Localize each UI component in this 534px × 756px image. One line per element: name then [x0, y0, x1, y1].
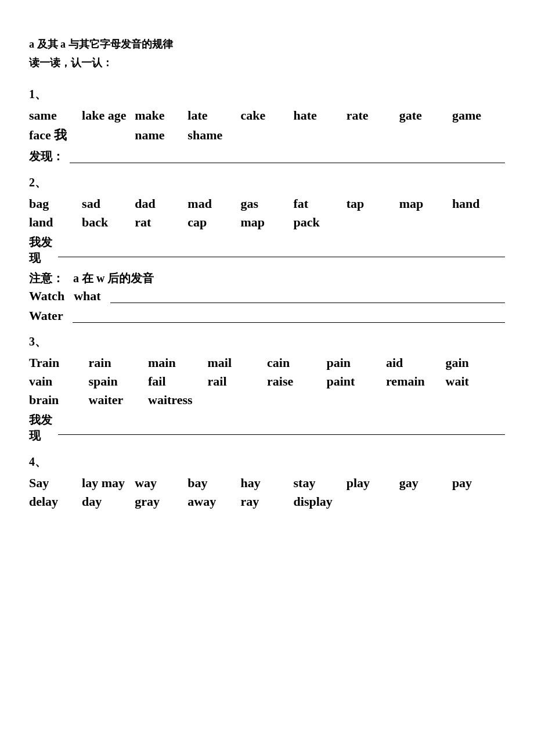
word-land: land [29, 215, 82, 230]
water-underline [73, 309, 505, 323]
word-train: Train [29, 355, 89, 370]
word-same: same [29, 108, 82, 123]
word-map2: map [240, 215, 293, 230]
word-brain: brain [29, 393, 89, 408]
word-bay: bay [187, 476, 240, 491]
word-gate: gate [399, 108, 452, 123]
section-1-row1: same lake age make late cake hate rate g… [29, 108, 505, 123]
word-vain: vain [29, 374, 89, 389]
discovery-underline-1 [70, 149, 505, 163]
section-1-discovery: 发现： [29, 149, 505, 164]
word-wait: wait [446, 374, 506, 389]
word-back: back [82, 215, 135, 230]
section-3-row1: Train rain main mail cain pain aid gain [29, 355, 505, 370]
word-cake: cake [240, 108, 293, 123]
word-way: way [135, 476, 187, 491]
water-word: Water [29, 308, 63, 323]
what-word: what [74, 289, 100, 304]
section-3: 3、 Train rain main mail cain pain aid ga… [29, 334, 505, 444]
watch-row: Watch what [29, 289, 505, 304]
word-delay: delay [29, 494, 82, 509]
word-pain: pain [327, 355, 387, 370]
watch-underline [110, 289, 505, 303]
word-sad: sad [82, 196, 135, 211]
word-gain: gain [446, 355, 506, 370]
note-label: 注意： [29, 271, 64, 286]
word-gas: gas [240, 196, 293, 211]
word-pay: pay [452, 476, 505, 491]
word-gay: gay [399, 476, 452, 491]
section-2: 2、 bag sad dad mad gas fat tap map hand … [29, 175, 505, 323]
section-1-number: 1、 [29, 87, 505, 102]
section-3-row2: vain spain fail rail raise paint remain … [29, 374, 505, 389]
word-rail: rail [208, 374, 268, 389]
title-block: a 及其 a 与其它字母发音的规律 读一读，认一认： [29, 35, 505, 73]
water-row: Water [29, 308, 505, 323]
word-fail: fail [148, 374, 208, 389]
section-3-row3: brain waiter waitress [29, 393, 505, 408]
section-2-row2: land back rat cap map pack [29, 215, 505, 230]
word-display: display [294, 494, 347, 509]
section-1: 1、 same lake age make late cake hate rat… [29, 87, 505, 164]
section-1-row2: face 我 name shame [29, 127, 505, 144]
discovery-underline-3 [58, 421, 505, 435]
word-main: main [148, 355, 208, 370]
word-stay: stay [294, 476, 347, 491]
word-make: make [135, 108, 187, 123]
word-day: day [82, 494, 135, 509]
word-mad: mad [187, 196, 240, 211]
word-lay-may: lay may [82, 476, 135, 491]
discovery-label-1: 发现： [29, 149, 64, 164]
word-pack: pack [294, 215, 347, 230]
word-rat: rat [135, 215, 187, 230]
section-3-number: 3、 [29, 334, 505, 350]
word-waitress: waitress [148, 393, 208, 408]
section-3-discovery: 我发现 [29, 412, 505, 444]
word-fat: fat [294, 196, 347, 211]
word-gray: gray [135, 494, 187, 509]
discovery-label-2: 我发现 [29, 235, 52, 266]
word-game: game [452, 108, 505, 123]
word-bag: bag [29, 196, 82, 211]
word-face: face 我 [29, 127, 82, 144]
word-spain: spain [89, 374, 149, 389]
section-4-row2: delay day gray away ray display [29, 494, 505, 509]
word-tap: tap [347, 196, 399, 211]
word-aid: aid [386, 355, 446, 370]
section-4-row1: Say lay may way bay hay stay play gay pa… [29, 476, 505, 491]
word-hay: hay [240, 476, 293, 491]
word-mail: mail [208, 355, 268, 370]
word-name: name [135, 128, 187, 143]
watch-word: Watch [29, 289, 64, 304]
word-late: late [187, 108, 240, 123]
word-hate: hate [294, 108, 347, 123]
word-remain: remain [386, 374, 446, 389]
word-play: play [347, 476, 399, 491]
word-waiter: waiter [89, 393, 149, 408]
discovery-label-3: 我发现 [29, 412, 52, 444]
word-hand: hand [452, 196, 505, 211]
word-ray: ray [240, 494, 293, 509]
section-4: 4、 Say lay may way bay hay stay play gay… [29, 454, 505, 509]
word-cap: cap [187, 215, 240, 230]
section-2-discovery: 我发现 [29, 235, 505, 266]
note-row: 注意： a 在 w 后的发音 [29, 271, 505, 286]
title-line1: a 及其 a 与其它字母发音的规律 [29, 35, 505, 53]
word-raise: raise [267, 374, 327, 389]
word-lake-age: lake age [82, 108, 135, 123]
word-cain: cain [267, 355, 327, 370]
section-2-row1: bag sad dad mad gas fat tap map hand [29, 196, 505, 211]
word-paint: paint [327, 374, 387, 389]
word-away: away [187, 494, 240, 509]
section-4-number: 4、 [29, 454, 505, 470]
section-2-number: 2、 [29, 175, 505, 190]
discovery-underline-2 [58, 243, 505, 257]
word-rain: rain [89, 355, 149, 370]
note-content: a 在 w 后的发音 [73, 271, 154, 286]
title-line2: 读一读，认一认： [29, 53, 505, 72]
word-shame: shame [187, 128, 240, 143]
word-map: map [399, 196, 452, 211]
word-say: Say [29, 476, 82, 491]
word-rate: rate [347, 108, 399, 123]
word-dad: dad [135, 196, 187, 211]
